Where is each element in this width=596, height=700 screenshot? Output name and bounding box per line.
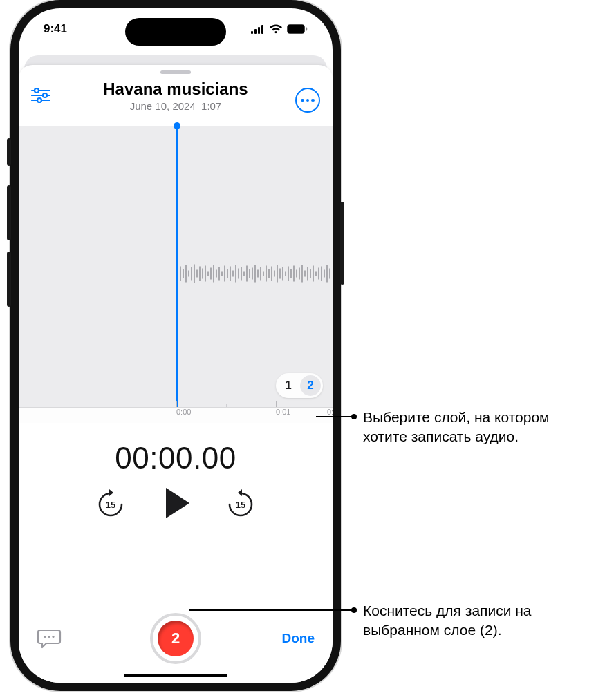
- svg-point-12: [37, 98, 41, 102]
- go-forward-15-icon: 15: [227, 488, 254, 518]
- layer-option-2[interactable]: 2: [300, 375, 321, 396]
- done-button[interactable]: Done: [282, 631, 315, 646]
- callout-record-text: Коснитесь для записи на выбранном слое (…: [363, 603, 532, 638]
- svg-point-73: [52, 636, 54, 638]
- layer-selector[interactable]: 1 2: [276, 373, 323, 398]
- volume-up: [7, 185, 11, 240]
- callout-layer-select: Выберите слой, на котором хотите записат…: [363, 408, 591, 447]
- recording-subtitle: June 10, 2024 1:07: [31, 100, 320, 112]
- dynamic-island: [125, 18, 226, 46]
- volume-down: [7, 252, 11, 307]
- callout-record: Коснитесь для записи на выбранном слое (…: [363, 601, 591, 641]
- svg-point-10: [43, 93, 47, 97]
- status-time: 9:41: [44, 22, 67, 36]
- go-backward-15-icon: 15: [97, 488, 124, 518]
- battery-icon: [287, 24, 308, 34]
- svg-rect-6: [306, 28, 307, 31]
- ellipsis-circle-icon: [295, 88, 320, 113]
- footer-bar: 2 Done: [19, 611, 333, 666]
- waveform-area[interactable]: 0:00 0:01 0: 1 2: [19, 126, 333, 423]
- rewind-15-button[interactable]: 15: [97, 488, 124, 518]
- svg-point-72: [48, 636, 50, 638]
- svg-rect-5: [288, 26, 304, 32]
- layer-option-1[interactable]: 1: [278, 375, 299, 396]
- play-icon: [166, 488, 189, 518]
- settings-button[interactable]: [31, 88, 50, 103]
- mute-switch: [7, 138, 11, 166]
- ruler-tick-1: 0:01: [276, 408, 290, 416]
- waveform-graphic: [19, 260, 333, 287]
- svg-rect-3: [261, 25, 263, 34]
- svg-point-8: [35, 88, 39, 93]
- screen: 9:41: [19, 8, 333, 683]
- playhead[interactable]: [176, 126, 178, 408]
- svg-rect-1: [254, 29, 257, 34]
- home-indicator[interactable]: [124, 674, 227, 677]
- transcript-button[interactable]: [37, 628, 62, 649]
- side-button: [340, 202, 344, 285]
- speech-bubble-icon: [37, 628, 62, 649]
- svg-text:15: 15: [106, 500, 115, 510]
- playhead-handle[interactable]: [174, 122, 180, 129]
- sheet-header: Havana musicians June 10, 2024 1:07: [19, 75, 333, 117]
- svg-point-71: [44, 636, 46, 638]
- record-button[interactable]: 2: [150, 613, 201, 664]
- recording-duration: 1:07: [201, 100, 221, 112]
- timecode: 00:00.00: [115, 441, 236, 475]
- time-ruler: 0:00 0:01 0:: [19, 407, 333, 423]
- cellular-icon: [251, 25, 265, 34]
- svg-rect-2: [258, 27, 260, 34]
- recording-sheet: Havana musicians June 10, 2024 1:07: [19, 65, 333, 683]
- ruler-tick-0: 0:00: [176, 408, 191, 416]
- callout-layer-select-text: Выберите слой, на котором хотите записат…: [363, 409, 550, 444]
- svg-rect-0: [251, 31, 253, 34]
- playback-panel: 00:00.00 15: [19, 423, 333, 518]
- recording-date: June 10, 2024: [130, 100, 196, 112]
- forward-15-button[interactable]: 15: [227, 488, 254, 518]
- sheet-grabber[interactable]: [160, 70, 191, 74]
- play-button[interactable]: [162, 488, 189, 518]
- record-layer-badge: 2: [158, 621, 194, 656]
- svg-text:15: 15: [236, 500, 245, 510]
- more-button[interactable]: [295, 88, 320, 113]
- sliders-icon: [31, 88, 50, 103]
- recording-title[interactable]: Havana musicians: [31, 79, 320, 99]
- ruler-tick-2: 0:: [327, 408, 333, 416]
- iphone-frame: 9:41: [10, 0, 341, 691]
- wifi-icon: [269, 24, 283, 34]
